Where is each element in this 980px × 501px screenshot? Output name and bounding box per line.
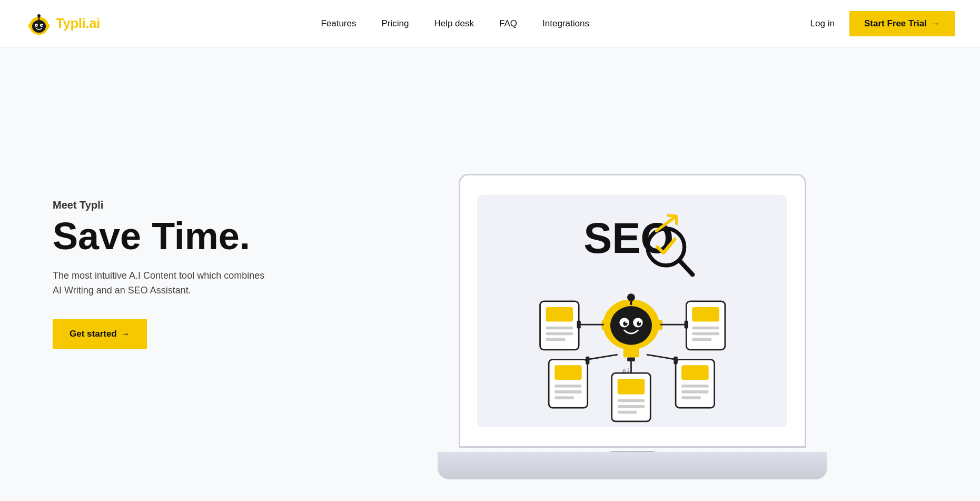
- svg-rect-61: [681, 396, 701, 399]
- nav-right: Log in Start Free Trial →: [810, 11, 955, 36]
- svg-rect-52: [618, 399, 645, 402]
- hero-section: Meet Typli Save Time. The most intuitive…: [0, 47, 980, 500]
- logo-icon: [25, 10, 53, 37]
- navbar: Typli.ai Features Pricing Help desk FAQ …: [0, 0, 980, 47]
- hero-right: SEO: [316, 68, 980, 479]
- svg-rect-46: [555, 390, 582, 394]
- nav-pricing[interactable]: Pricing: [381, 18, 409, 28]
- screen-content: SEO: [460, 175, 805, 446]
- svg-rect-27: [623, 348, 639, 357]
- svg-rect-60: [681, 390, 709, 394]
- nav-helpdesk[interactable]: Help desk: [434, 18, 474, 28]
- hero-pretitle: Meet Typli: [53, 199, 316, 211]
- nav-links: Features Pricing Help desk FAQ Integrati…: [321, 18, 589, 29]
- svg-point-24: [627, 293, 635, 301]
- svg-rect-54: [618, 410, 637, 414]
- svg-rect-32: [546, 332, 573, 335]
- seo-illustration: SEO: [477, 189, 787, 433]
- svg-point-5: [42, 25, 43, 26]
- svg-rect-59: [681, 385, 709, 388]
- svg-rect-38: [692, 326, 720, 329]
- svg-rect-51: [618, 379, 645, 394]
- svg-rect-8: [28, 24, 31, 28]
- svg-point-22: [639, 321, 640, 322]
- svg-point-21: [625, 321, 627, 322]
- svg-point-7: [37, 14, 41, 17]
- svg-rect-47: [555, 396, 574, 399]
- start-trial-button[interactable]: Start Free Trial →: [849, 11, 955, 36]
- svg-text:SEO: SEO: [584, 214, 674, 262]
- hero-description: The most intuitive A.I Content tool whic…: [53, 269, 274, 298]
- nav-features[interactable]: Features: [321, 18, 356, 28]
- svg-rect-37: [692, 307, 720, 322]
- laptop-screen: SEO: [459, 174, 806, 448]
- svg-point-1: [32, 20, 46, 33]
- svg-rect-40: [692, 338, 712, 341]
- hero-title: Save Time.: [53, 217, 316, 257]
- svg-rect-63: [674, 356, 678, 364]
- svg-rect-42: [685, 320, 688, 328]
- logo-text: Typli.ai: [56, 15, 100, 32]
- svg-rect-53: [618, 405, 645, 408]
- svg-rect-39: [692, 332, 720, 335]
- svg-rect-45: [555, 385, 582, 388]
- nav-faq[interactable]: FAQ: [499, 18, 517, 28]
- logo-link[interactable]: Typli.ai: [25, 10, 100, 37]
- svg-rect-9: [47, 24, 50, 28]
- svg-rect-33: [546, 338, 566, 341]
- svg-rect-49: [586, 356, 589, 364]
- svg-point-16: [610, 306, 652, 345]
- svg-rect-30: [546, 307, 573, 322]
- svg-rect-35: [577, 320, 581, 328]
- svg-point-4: [36, 25, 38, 26]
- svg-rect-58: [681, 365, 709, 380]
- svg-rect-56: [627, 357, 635, 361]
- svg-rect-31: [546, 326, 573, 329]
- login-link[interactable]: Log in: [810, 18, 835, 29]
- svg-rect-44: [555, 365, 582, 380]
- laptop-base: [438, 452, 827, 479]
- get-started-button[interactable]: Get started →: [53, 319, 147, 349]
- laptop-illustration: SEO: [438, 174, 827, 479]
- hero-left: Meet Typli Save Time. The most intuitive…: [53, 199, 316, 349]
- nav-integrations[interactable]: Integrations: [542, 18, 589, 28]
